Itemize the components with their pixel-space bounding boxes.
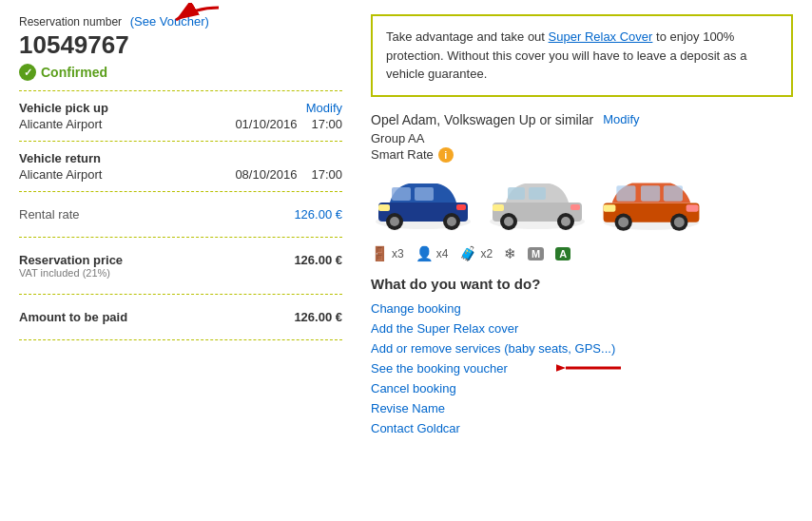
car-orange-image xyxy=(599,172,704,234)
rental-rate-row: Rental rate 126.00 € xyxy=(19,202,342,227)
action-row-change: Change booking xyxy=(371,301,793,316)
feature-ac: ❄ xyxy=(504,245,516,262)
change-booking-link[interactable]: Change booking xyxy=(371,301,461,316)
svg-rect-9 xyxy=(378,204,390,211)
action-links: Change booking Add the Super Relax cover… xyxy=(371,301,793,435)
divider-2 xyxy=(19,141,342,142)
arrow-annotation-voucher xyxy=(556,357,623,378)
svg-point-16 xyxy=(504,217,513,226)
revise-name-link[interactable]: Revise Name xyxy=(371,401,445,415)
car-modify-link[interactable]: Modify xyxy=(603,112,639,126)
smart-rate-info-icon: i xyxy=(438,147,454,163)
pickup-date: 01/10/2016 xyxy=(235,117,297,131)
svg-point-8 xyxy=(447,217,456,226)
svg-rect-3 xyxy=(392,187,411,201)
see-booking-voucher-link[interactable]: See the booking voucher xyxy=(371,361,508,376)
feature-persons: 👤 x4 xyxy=(416,245,449,262)
svg-point-18 xyxy=(561,217,570,226)
reservation-id: 10549767 xyxy=(19,30,342,60)
action-row-contact: Contact Goldcar xyxy=(371,421,793,435)
ac-icon: ❄ xyxy=(504,245,516,262)
svg-point-29 xyxy=(674,217,685,227)
left-panel: Reservation number (See Voucher) 1054976… xyxy=(19,14,342,435)
person-icon: 👤 xyxy=(416,245,434,262)
feature-bags: 🧳 x2 xyxy=(459,245,493,262)
svg-rect-20 xyxy=(570,204,580,210)
divider-4 xyxy=(19,237,342,238)
feature-doors: 🚪 x3 xyxy=(371,245,404,262)
divider-5 xyxy=(19,294,342,295)
confirmed-text: Confirmed xyxy=(41,65,107,80)
add-remove-services-link[interactable]: Add or remove services (baby seats, GPS.… xyxy=(371,341,615,356)
pickup-time: 17:00 xyxy=(311,117,342,131)
svg-rect-10 xyxy=(456,204,466,210)
amount-row: Amount to be paid 126.00 € xyxy=(19,304,342,330)
smart-rate: Smart Rate i xyxy=(371,147,793,163)
svg-point-27 xyxy=(618,217,628,227)
return-location: Alicante Airport xyxy=(19,167,102,182)
action-row-relax: Add the Super Relax cover xyxy=(371,321,793,336)
pickup-location: Alicante Airport xyxy=(19,117,102,131)
svg-point-6 xyxy=(390,217,399,226)
feature-category: A xyxy=(555,245,570,262)
check-icon: ✓ xyxy=(19,64,36,81)
manual-badge: M xyxy=(528,247,544,260)
contact-goldcar-link[interactable]: Contact Goldcar xyxy=(371,421,460,435)
door-icon: 🚪 xyxy=(371,245,389,262)
car-group: Group AA xyxy=(371,131,793,145)
feature-transmission: M xyxy=(528,245,544,262)
divider-1 xyxy=(19,90,342,91)
promo-box: Take advantage and take out Super Relax … xyxy=(371,14,793,97)
arrow-annotation-top xyxy=(166,3,223,33)
bag-count: x2 xyxy=(480,247,493,260)
car-title: Opel Adam, Volkswagen Up or similar xyxy=(371,112,593,127)
reservation-price-label: Reservation price xyxy=(19,253,123,267)
svg-rect-31 xyxy=(686,204,699,211)
amount-value: 126.00 € xyxy=(294,310,342,324)
return-label: Vehicle return xyxy=(19,151,101,165)
reservation-price-row: Reservation price VAT included (21%) 126… xyxy=(19,247,342,284)
category-badge: A xyxy=(555,247,570,260)
reservation-price-value: 126.00 € xyxy=(294,253,342,267)
svg-rect-25 xyxy=(664,185,683,202)
action-row-voucher: See the booking voucher xyxy=(371,361,793,376)
pickup-modify-link[interactable]: Modify xyxy=(306,101,342,115)
return-date: 08/10/2016 xyxy=(235,167,297,182)
action-row-services: Add or remove services (baby seats, GPS.… xyxy=(371,341,793,356)
car-silver-image xyxy=(485,172,590,234)
bag-icon: 🧳 xyxy=(459,245,477,262)
pickup-section: Vehicle pick up Modify Alicante Airport … xyxy=(19,101,342,131)
svg-rect-23 xyxy=(616,185,635,202)
amount-label: Amount to be paid xyxy=(19,310,127,324)
confirmed-badge: ✓ Confirmed xyxy=(19,64,342,81)
person-count: x4 xyxy=(436,247,449,260)
svg-rect-13 xyxy=(508,187,525,200)
car-header: Opel Adam, Volkswagen Up or similar Modi… xyxy=(371,112,793,127)
pickup-label: Vehicle pick up xyxy=(19,101,108,115)
svg-rect-19 xyxy=(493,204,504,211)
what-title: What do you want to do? xyxy=(371,276,793,292)
svg-rect-24 xyxy=(641,185,660,202)
smart-rate-label: Smart Rate xyxy=(371,147,434,162)
super-relax-cover-link[interactable]: Super Relax Cover xyxy=(549,29,653,44)
features-row: 🚪 x3 👤 x4 🧳 x2 ❄ M A xyxy=(371,245,793,262)
action-row-cancel: Cancel booking xyxy=(371,381,793,396)
reservation-number-label: Reservation number xyxy=(19,15,122,29)
svg-rect-4 xyxy=(415,187,434,201)
add-super-relax-link[interactable]: Add the Super Relax cover xyxy=(371,321,518,336)
right-panel: Take advantage and take out Super Relax … xyxy=(371,14,793,435)
car-blue-image xyxy=(371,172,475,234)
cars-row xyxy=(371,172,793,234)
cancel-booking-link[interactable]: Cancel booking xyxy=(371,381,456,396)
return-time: 17:00 xyxy=(311,167,342,182)
vat-label: VAT included (21%) xyxy=(19,267,123,279)
action-row-revise: Revise Name xyxy=(371,401,793,415)
return-section: Vehicle return Alicante Airport 08/10/20… xyxy=(19,151,342,182)
promo-text-1: Take advantage and take out xyxy=(386,29,549,44)
svg-rect-14 xyxy=(529,187,546,200)
svg-rect-30 xyxy=(604,204,616,211)
rental-rate-value: 126.00 € xyxy=(294,207,342,222)
divider-6 xyxy=(19,339,342,340)
divider-3 xyxy=(19,191,342,192)
rental-rate-label: Rental rate xyxy=(19,207,80,222)
